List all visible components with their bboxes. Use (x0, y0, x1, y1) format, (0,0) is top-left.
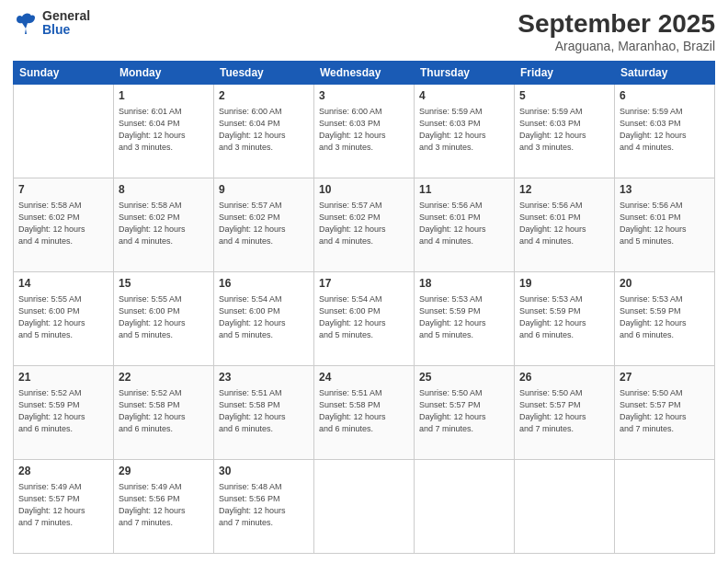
logo-general: General (42, 9, 90, 23)
table-row: 18Sunrise: 5:53 AMSunset: 5:59 PMDayligh… (415, 272, 515, 366)
day-info: Sunrise: 5:53 AMSunset: 5:59 PMDaylight:… (419, 293, 509, 341)
day-info: Sunrise: 5:50 AMSunset: 5:57 PMDaylight:… (620, 387, 710, 435)
page: General Blue September 2025 Araguana, Ma… (0, 0, 728, 563)
day-info: Sunrise: 5:50 AMSunset: 5:57 PMDaylight:… (419, 387, 509, 435)
day-info: Sunrise: 5:53 AMSunset: 5:59 PMDaylight:… (519, 293, 609, 341)
table-row: 13Sunrise: 5:56 AMSunset: 6:01 PMDayligh… (615, 178, 715, 272)
calendar-week-row: 14Sunrise: 5:55 AMSunset: 6:00 PMDayligh… (14, 272, 715, 366)
calendar-week-row: 7Sunrise: 5:58 AMSunset: 6:02 PMDaylight… (14, 178, 715, 272)
table-row: 8Sunrise: 5:58 AMSunset: 6:02 PMDaylight… (114, 178, 214, 272)
table-row: 1Sunrise: 6:01 AMSunset: 6:04 PMDaylight… (114, 85, 214, 178)
col-saturday: Saturday (615, 62, 715, 85)
day-number: 1 (119, 88, 209, 104)
day-number: 21 (18, 370, 108, 385)
day-number: 2 (219, 88, 309, 104)
day-info: Sunrise: 5:51 AMSunset: 5:58 PMDaylight:… (319, 387, 409, 435)
day-info: Sunrise: 5:50 AMSunset: 5:57 PMDaylight:… (519, 387, 609, 435)
day-info: Sunrise: 5:52 AMSunset: 5:58 PMDaylight:… (119, 387, 209, 435)
day-number: 18 (419, 276, 509, 292)
table-row: 6Sunrise: 5:59 AMSunset: 6:03 PMDaylight… (615, 85, 715, 178)
table-row: 14Sunrise: 5:55 AMSunset: 6:00 PMDayligh… (14, 272, 114, 366)
table-row (415, 460, 515, 554)
day-info: Sunrise: 5:58 AMSunset: 6:02 PMDaylight:… (18, 200, 108, 247)
table-row: 11Sunrise: 5:56 AMSunset: 6:01 PMDayligh… (415, 178, 515, 272)
table-row: 20Sunrise: 5:53 AMSunset: 5:59 PMDayligh… (615, 272, 715, 366)
col-thursday: Thursday (415, 62, 515, 85)
day-number: 10 (319, 182, 409, 198)
day-number: 9 (219, 182, 309, 198)
day-number: 22 (119, 370, 209, 385)
calendar-week-row: 28Sunrise: 5:49 AMSunset: 5:57 PMDayligh… (14, 460, 715, 554)
table-row (314, 460, 415, 554)
col-wednesday: Wednesday (314, 62, 415, 85)
table-row: 16Sunrise: 5:54 AMSunset: 6:00 PMDayligh… (214, 272, 314, 366)
calendar-header-row: Sunday Monday Tuesday Wednesday Thursday… (14, 62, 715, 85)
day-number: 4 (419, 88, 509, 104)
day-number: 17 (319, 276, 409, 292)
day-info: Sunrise: 5:53 AMSunset: 5:59 PMDaylight:… (620, 293, 710, 341)
day-number: 5 (519, 88, 609, 104)
day-info: Sunrise: 6:00 AMSunset: 6:03 PMDaylight:… (319, 106, 409, 154)
day-info: Sunrise: 5:59 AMSunset: 6:03 PMDaylight:… (620, 106, 710, 154)
day-info: Sunrise: 5:56 AMSunset: 6:01 PMDaylight:… (620, 200, 710, 247)
table-row: 19Sunrise: 5:53 AMSunset: 5:59 PMDayligh… (515, 272, 615, 366)
table-row: 12Sunrise: 5:56 AMSunset: 6:01 PMDayligh… (515, 178, 615, 272)
day-info: Sunrise: 5:59 AMSunset: 6:03 PMDaylight:… (519, 106, 609, 154)
table-row: 25Sunrise: 5:50 AMSunset: 5:57 PMDayligh… (415, 366, 515, 460)
col-monday: Monday (114, 62, 214, 85)
table-row (515, 460, 615, 554)
day-number: 13 (620, 182, 710, 198)
logo: General Blue (13, 9, 90, 38)
table-row: 29Sunrise: 5:49 AMSunset: 5:56 PMDayligh… (114, 460, 214, 554)
day-info: Sunrise: 5:59 AMSunset: 6:03 PMDaylight:… (419, 106, 509, 154)
day-info: Sunrise: 5:56 AMSunset: 6:01 PMDaylight:… (519, 200, 609, 247)
day-info: Sunrise: 5:55 AMSunset: 6:00 PMDaylight:… (119, 293, 209, 341)
table-row: 30Sunrise: 5:48 AMSunset: 5:56 PMDayligh… (214, 460, 314, 554)
day-number: 23 (219, 370, 309, 385)
day-number: 16 (219, 276, 309, 292)
day-info: Sunrise: 5:49 AMSunset: 5:56 PMDaylight:… (119, 481, 209, 529)
day-number: 25 (419, 370, 509, 385)
day-info: Sunrise: 5:49 AMSunset: 5:57 PMDaylight:… (18, 481, 108, 529)
day-number: 8 (119, 182, 209, 198)
table-row: 5Sunrise: 5:59 AMSunset: 6:03 PMDaylight… (515, 85, 615, 178)
day-info: Sunrise: 5:54 AMSunset: 6:00 PMDaylight:… (219, 293, 309, 341)
day-info: Sunrise: 5:51 AMSunset: 5:58 PMDaylight:… (219, 387, 309, 435)
table-row: 17Sunrise: 5:54 AMSunset: 6:00 PMDayligh… (314, 272, 415, 366)
day-number: 12 (519, 182, 609, 198)
table-row: 3Sunrise: 6:00 AMSunset: 6:03 PMDaylight… (314, 85, 415, 178)
day-info: Sunrise: 6:00 AMSunset: 6:04 PMDaylight:… (219, 106, 309, 154)
day-number: 28 (18, 464, 108, 479)
day-info: Sunrise: 5:57 AMSunset: 6:02 PMDaylight:… (219, 200, 309, 247)
calendar-week-row: 21Sunrise: 5:52 AMSunset: 5:59 PMDayligh… (14, 366, 715, 460)
table-row: 2Sunrise: 6:00 AMSunset: 6:04 PMDaylight… (214, 85, 314, 178)
day-number: 20 (620, 276, 710, 292)
month-title: September 2025 (518, 9, 715, 39)
col-friday: Friday (515, 62, 615, 85)
header: General Blue September 2025 Araguana, Ma… (13, 9, 715, 53)
day-info: Sunrise: 5:57 AMSunset: 6:02 PMDaylight:… (319, 200, 409, 247)
table-row: 21Sunrise: 5:52 AMSunset: 5:59 PMDayligh… (14, 366, 114, 460)
day-number: 11 (419, 182, 509, 198)
day-number: 15 (119, 276, 209, 292)
day-number: 19 (519, 276, 609, 292)
table-row: 22Sunrise: 5:52 AMSunset: 5:58 PMDayligh… (114, 366, 214, 460)
logo-blue: Blue (42, 23, 90, 37)
table-row: 26Sunrise: 5:50 AMSunset: 5:57 PMDayligh… (515, 366, 615, 460)
day-info: Sunrise: 5:48 AMSunset: 5:56 PMDaylight:… (219, 481, 309, 529)
day-info: Sunrise: 5:55 AMSunset: 6:00 PMDaylight:… (18, 293, 108, 341)
day-number: 3 (319, 88, 409, 104)
day-number: 26 (519, 370, 609, 385)
table-row: 4Sunrise: 5:59 AMSunset: 6:03 PMDaylight… (415, 85, 515, 178)
day-number: 30 (219, 464, 309, 479)
logo-text: General Blue (42, 9, 90, 38)
table-row: 23Sunrise: 5:51 AMSunset: 5:58 PMDayligh… (214, 366, 314, 460)
logo-icon (13, 10, 39, 36)
day-number: 6 (620, 88, 710, 104)
table-row: 24Sunrise: 5:51 AMSunset: 5:58 PMDayligh… (314, 366, 415, 460)
day-number: 24 (319, 370, 409, 385)
table-row: 10Sunrise: 5:57 AMSunset: 6:02 PMDayligh… (314, 178, 415, 272)
day-info: Sunrise: 6:01 AMSunset: 6:04 PMDaylight:… (119, 106, 209, 154)
col-sunday: Sunday (14, 62, 114, 85)
col-tuesday: Tuesday (214, 62, 314, 85)
